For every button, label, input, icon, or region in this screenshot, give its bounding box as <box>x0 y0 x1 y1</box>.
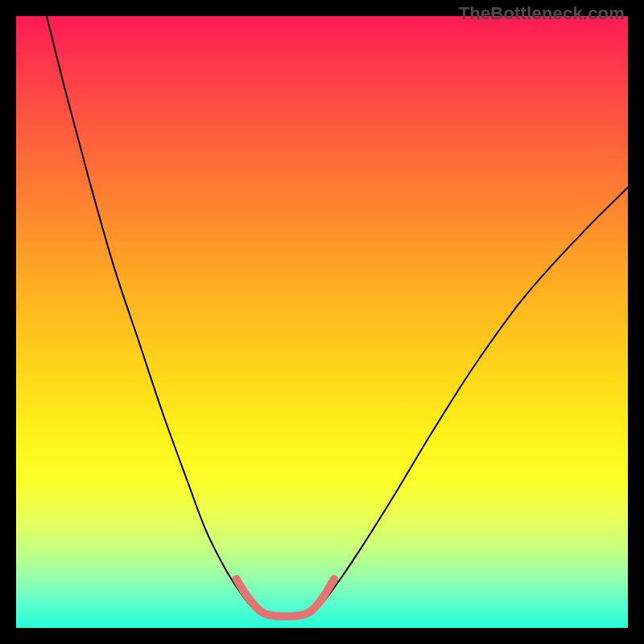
chart-frame <box>16 16 628 628</box>
curve-layer <box>16 16 628 628</box>
pink-overlay-bottom-path <box>269 615 303 617</box>
pink-overlay-right-path <box>303 579 335 615</box>
curve-right-path <box>310 188 628 613</box>
pink-overlay-left-path <box>237 579 269 615</box>
watermark-text: TheBottleneck.com <box>459 3 625 24</box>
curve-left-path <box>47 16 261 613</box>
